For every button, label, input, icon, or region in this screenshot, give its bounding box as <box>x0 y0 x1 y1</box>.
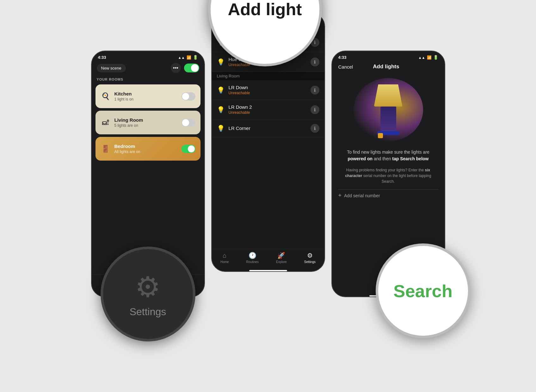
battery-icon-1: 🔋 <box>193 55 198 60</box>
your-rooms-label: YOUR ROOMS <box>92 76 204 83</box>
light-status-1: Unreachable <box>229 43 307 47</box>
light-bulb-icon-5: 💡 <box>217 125 225 132</box>
main-toggle-knob <box>191 64 199 72</box>
dots-menu-button[interactable]: ••• <box>171 63 181 73</box>
room-card-bedroom[interactable]: 🚪 Bedroom All lights are on <box>95 137 200 161</box>
kitchen-toggle-knob <box>182 93 189 100</box>
signal-icon-3: ▲▲ <box>418 56 425 59</box>
home-indicator-1 <box>129 295 167 297</box>
living-toggle-knob <box>182 119 189 126</box>
bedroom-name: Bedroom <box>114 144 178 149</box>
light-name-4: LR Down 2 <box>229 104 307 110</box>
setup-header: setup <box>212 23 324 33</box>
light-item-lr-corner[interactable]: 💡 LR Corner ℹ <box>212 119 324 138</box>
add-lights-title: Add lights <box>373 64 399 70</box>
settings-nav-icon-2: ⚙ <box>307 252 313 259</box>
info-button-2[interactable]: ℹ <box>311 58 319 66</box>
light-info-2: Hue color lamp 1 Unreachable <box>229 57 307 67</box>
room-card-kitchen[interactable]: 🍳 Kitchen 1 light is on <box>95 84 200 108</box>
lamp-shade <box>374 84 403 107</box>
phone1: 4:33 ▲▲ 📶 🔋 New scene ••• <box>91 51 205 297</box>
light-item-lr-down2[interactable]: 💡 LR Down 2 Unreachable ℹ <box>212 100 324 119</box>
light-name-2: Hue color lamp 1 <box>229 57 307 62</box>
add-instructions: To find new lights make sure the lights … <box>338 149 438 162</box>
signal-icon-2: ▲▲ <box>298 18 305 21</box>
cancel-button[interactable]: Cancel <box>338 64 353 70</box>
bedroom-toggle[interactable] <box>182 145 195 153</box>
bedroom-status: All lights are on <box>114 150 178 154</box>
info-button-1[interactable]: ℹ <box>311 38 319 47</box>
home-nav-label-2: Home <box>220 260 229 264</box>
light-item-hue-color[interactable]: 💡 Hue color lamp 1 Unreachable ℹ <box>212 52 324 72</box>
status-bar-1: 4:33 ▲▲ 📶 🔋 <box>92 51 204 61</box>
status-bar-2: ▲▲ 📶 🔋 <box>212 13 324 23</box>
info-button-4[interactable]: ℹ <box>311 105 319 114</box>
light-bulb-icon-2: 💡 <box>217 58 225 66</box>
top-bar-right: ••• <box>171 63 199 73</box>
home-nav-icon-2: ⌂ <box>223 252 226 259</box>
top-bar-1: New scene ••• <box>92 61 204 76</box>
new-scene-button[interactable]: New scene <box>97 64 126 72</box>
status-right-3: ▲▲ 📶 🔋 <box>418 55 438 60</box>
living-icon: 🛋 <box>101 119 111 127</box>
phone3-wrapper: 4:33 ▲▲ 📶 🔋 Cancel Add lights <box>331 25 445 297</box>
light-bulb-icon-4: 💡 <box>217 106 225 113</box>
light-item-lr-down[interactable]: 💡 LR Down Unreachable ℹ <box>212 80 324 100</box>
light-name-3: LR Down <box>229 85 307 90</box>
room-card-living[interactable]: 🛋 Living Room 5 lights are on <box>95 111 200 134</box>
light-item-hue-white[interactable]: 💡 Hue white lamp 1 Unreachable ℹ <box>212 33 324 52</box>
explore-nav-label-2: Explore <box>276 260 287 264</box>
bottom-nav-2: ⌂ Home 🕐 Routines 🚀 Explore ⚙ Settings <box>212 249 324 269</box>
kitchen-icon: 🍳 <box>101 92 111 101</box>
light-info-4: LR Down 2 Unreachable <box>229 104 307 115</box>
time-1: 4:33 <box>98 55 106 60</box>
light-info-5: LR Corner <box>229 126 307 132</box>
routines-nav-icon-2: 🕐 <box>249 252 256 259</box>
living-toggle[interactable] <box>182 119 195 127</box>
phone2: ▲▲ 📶 🔋 setup 💡 Hue white lamp 1 Unreacha… <box>211 13 325 272</box>
wifi-icon-3: 📶 <box>427 55 432 60</box>
room-list: 🍳 Kitchen 1 light is on 🛋 Livi <box>92 83 204 274</box>
light-status-2: Unreachable <box>229 63 307 67</box>
main-toggle[interactable] <box>184 64 199 72</box>
add-serial-plus-icon: + <box>338 192 342 199</box>
lamp-illustration <box>354 78 423 141</box>
nav-routines-1[interactable]: 🕐 Routines <box>169 277 181 289</box>
search-circle[interactable]: Search <box>376 243 471 338</box>
light-list: 💡 Hue white lamp 1 Unreachable ℹ 💡 Hue c… <box>212 33 324 249</box>
phone1-screen: 4:33 ▲▲ 📶 🔋 New scene ••• <box>92 51 204 297</box>
phone1-wrapper: 4:33 ▲▲ 📶 🔋 New scene ••• <box>91 25 205 297</box>
nav-home-1[interactable]: ⌂ Home <box>114 277 123 289</box>
add-header: Cancel Add lights <box>332 61 445 73</box>
status-right-1: ▲▲ 📶 🔋 <box>178 55 198 60</box>
wifi-icon-2: 📶 <box>307 17 311 22</box>
home-nav-label-1: Home <box>114 285 123 289</box>
add-serial-row[interactable]: + Add serial number <box>338 189 438 201</box>
serial-hint: Having problems finding your lights? Ent… <box>338 167 438 184</box>
wifi-icon-1: 📶 <box>187 55 191 60</box>
kitchen-name: Kitchen <box>114 91 178 96</box>
nav-settings-2[interactable]: ⚙ Settings <box>304 252 316 264</box>
kitchen-status: 1 light is on <box>114 97 178 101</box>
info-button-5[interactable]: ℹ <box>311 124 319 133</box>
nav-explore-2[interactable]: 🚀 Explore <box>276 252 287 264</box>
nav-home-2[interactable]: ⌂ Home <box>220 252 229 264</box>
bottom-nav-1: ⌂ Home 🕐 Routines <box>92 274 204 294</box>
nav-routines-2[interactable]: 🕐 Routines <box>246 252 259 264</box>
phone2-screen: ▲▲ 📶 🔋 setup 💡 Hue white lamp 1 Unreacha… <box>212 13 324 271</box>
plug-icon <box>378 133 383 138</box>
battery-icon-3: 🔋 <box>433 55 438 60</box>
settings-circle-text: Settings <box>130 306 166 318</box>
phones-row: 4:33 ▲▲ 📶 🔋 New scene ••• <box>0 0 536 392</box>
status-right-2: ▲▲ 📶 🔋 <box>298 17 318 22</box>
add-serial-label: Add serial number <box>344 193 380 198</box>
light-bulb-icon-1: 💡 <box>217 39 225 46</box>
info-button-3[interactable]: ℹ <box>311 86 319 95</box>
light-name-5: LR Corner <box>229 126 307 131</box>
signal-icon-1: ▲▲ <box>178 56 185 59</box>
bedroom-toggle-knob <box>188 145 195 152</box>
light-info-1: Hue white lamp 1 Unreachable <box>229 37 307 47</box>
routines-nav-label-2: Routines <box>246 260 259 264</box>
kitchen-toggle[interactable] <box>182 92 195 101</box>
phone2-wrapper: ▲▲ 📶 🔋 setup 💡 Hue white lamp 1 Unreacha… <box>211 6 325 272</box>
